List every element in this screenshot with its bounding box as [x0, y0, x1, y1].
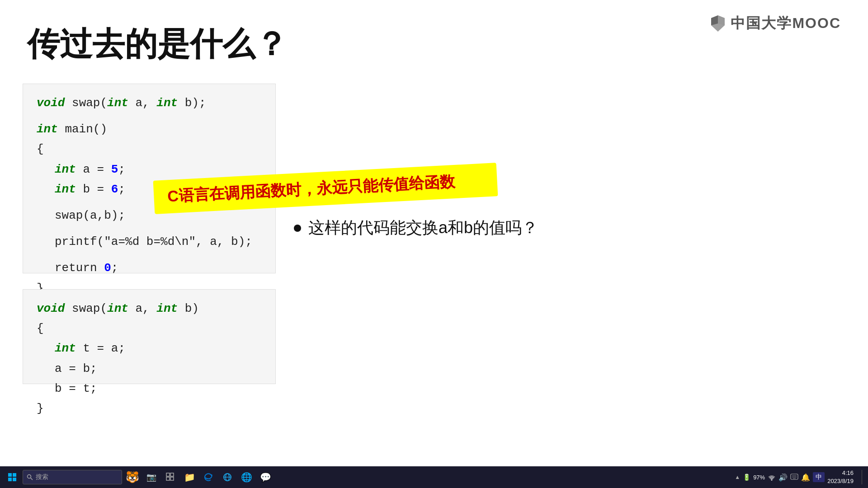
taskbar-app-camera[interactable]: 📷 [143, 469, 160, 486]
bullet-area: 这样的代码能交换a和b的值吗？ [294, 217, 538, 239]
taskbar-app-edge[interactable] [200, 469, 217, 486]
svg-rect-9 [166, 473, 170, 476]
mooc-logo-icon [709, 14, 727, 33]
svg-rect-6 [13, 478, 16, 481]
code-line-5: int a = 5; [37, 160, 262, 179]
logo-text: 中国大学MOOC [731, 14, 841, 33]
taskbar-app-folder[interactable]: 📁 [181, 469, 198, 486]
code-block-bottom: void swap(int a, int b) { int t = a; a =… [23, 289, 276, 384]
code-line-3: int main() [37, 119, 262, 139]
systray-overflow[interactable]: ▲ [735, 474, 740, 480]
bullet-dot [294, 225, 301, 232]
logo-area: 中国大学MOOC [709, 14, 841, 33]
svg-rect-12 [170, 477, 174, 480]
taskbar-search[interactable]: 搜索 [23, 470, 122, 484]
clock-time: 4:16 [827, 469, 854, 477]
search-label: 搜索 [36, 473, 48, 481]
code-line-b2: { [37, 319, 262, 338]
svg-point-16 [771, 479, 773, 480]
code-line-1: void swap(int a, int b); [37, 93, 262, 113]
svg-line-8 [31, 478, 33, 480]
taskbar-app-globe[interactable]: 🌐 [238, 469, 255, 486]
svg-rect-4 [13, 473, 16, 477]
svg-rect-3 [8, 473, 12, 477]
task-view-icon [166, 473, 175, 482]
start-button[interactable] [4, 469, 21, 486]
taskbar: 搜索 🐯 📷 📁 🌐 💬 ▲ 🔋 97% [0, 466, 868, 488]
battery-icon: 🔋 [743, 474, 750, 481]
taskbar-app-ie[interactable] [219, 469, 236, 486]
code-line-b1: void swap(int a, int b) [37, 299, 262, 319]
main-content: 中国大学MOOC 传过去的是什么？ void swap(int a, int b… [0, 0, 868, 470]
lang-indicator[interactable]: 中 [813, 472, 825, 482]
network-icon [768, 473, 776, 482]
taskbar-app-chat[interactable]: 💬 [257, 469, 274, 486]
svg-rect-10 [170, 473, 174, 476]
taskbar-app-tiger[interactable]: 🐯 [124, 469, 141, 486]
svg-rect-11 [166, 477, 170, 480]
volume-icon: 🔊 [778, 473, 788, 482]
clock-date: 2023/8/19 [827, 477, 854, 485]
systray: ▲ 🔋 97% 🔊 🔔 中 [735, 469, 864, 485]
ie-icon [222, 472, 232, 482]
battery-pct: 97% [753, 474, 765, 481]
edge-icon [203, 472, 213, 482]
code-line-12: return 0; [37, 258, 262, 278]
code-line-4: { [37, 139, 262, 159]
show-desktop-button[interactable] [862, 470, 864, 484]
svg-rect-5 [8, 478, 12, 481]
code-line-10: printf("a=%d b=%d\n", a, b); [37, 232, 262, 252]
code-line-b3: int t = a; [37, 338, 262, 358]
svg-point-7 [28, 475, 31, 479]
keyboard-layout[interactable] [790, 473, 798, 482]
taskbar-clock[interactable]: 4:16 2023/8/19 [827, 469, 854, 485]
bullet-text: 这样的代码能交换a和b的值吗？ [308, 217, 538, 239]
code-line-b4: a = b; [37, 359, 262, 379]
code-line-b6: } [37, 399, 262, 418]
taskbar-app-grid[interactable] [162, 469, 179, 486]
search-icon [27, 474, 33, 480]
code-line-b5: b = t; [37, 379, 262, 399]
notification-icon[interactable]: 🔔 [801, 473, 810, 482]
